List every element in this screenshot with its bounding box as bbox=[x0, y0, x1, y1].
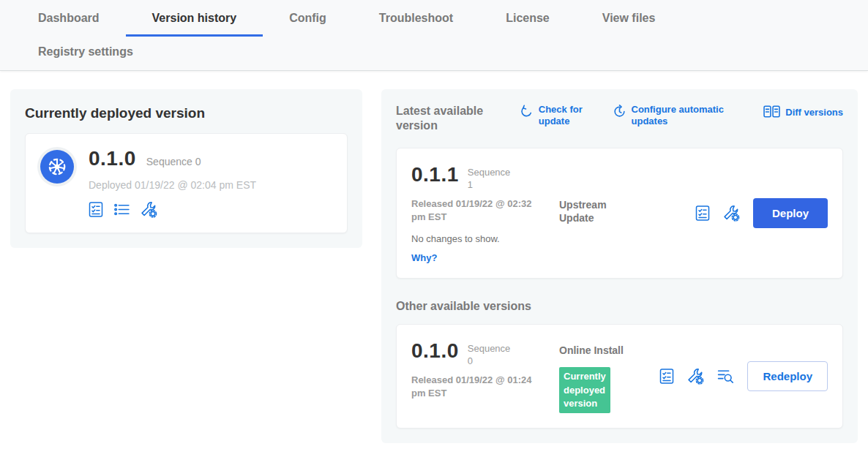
deploy-button[interactable]: Deploy bbox=[753, 198, 828, 228]
tab-row-secondary: Registry settings bbox=[0, 37, 868, 70]
config-wrench-icon[interactable] bbox=[723, 205, 740, 222]
check-for-update-link[interactable]: Check for update bbox=[520, 104, 591, 127]
tab-version-history[interactable]: Version history bbox=[126, 0, 263, 37]
preflight-checklist-icon[interactable] bbox=[695, 205, 710, 222]
deployed-version-number: 0.1.0 bbox=[89, 147, 136, 170]
latest-available-heading: Latest available version bbox=[396, 104, 498, 133]
latest-header: Latest available version Check for updat… bbox=[396, 104, 843, 133]
other-version-card: 0.1.0 Sequence 0 Released 01/19/22 @ 01:… bbox=[396, 324, 843, 429]
deployed-action-icons bbox=[89, 201, 256, 218]
latest-released-timestamp: Released 01/19/22 @ 02:32 pm EST bbox=[411, 197, 542, 224]
diff-versions-icon bbox=[763, 105, 780, 121]
main-content: Currently deployed version bbox=[0, 71, 868, 443]
tab-config[interactable]: Config bbox=[263, 0, 353, 37]
other-versions-heading: Other available versions bbox=[396, 299, 843, 314]
latest-available-panel: Latest available version Check for updat… bbox=[381, 89, 858, 443]
config-wrench-icon[interactable] bbox=[141, 201, 157, 218]
other-source-label: Online Install bbox=[559, 344, 624, 357]
configure-updates-link[interactable]: Configure automatic updates bbox=[613, 104, 743, 127]
other-released-timestamp: Released 01/19/22 @ 01:24 pm EST bbox=[411, 374, 542, 400]
why-link[interactable]: Why? bbox=[411, 252, 559, 263]
tab-view-files[interactable]: View files bbox=[576, 0, 682, 37]
redeploy-button[interactable]: Redeploy bbox=[747, 361, 828, 391]
top-navigation: Dashboard Version history Config Trouble… bbox=[0, 0, 868, 71]
configure-updates-label: Configure automatic updates bbox=[632, 104, 743, 127]
tab-registry-settings[interactable]: Registry settings bbox=[29, 37, 142, 70]
tab-license[interactable]: License bbox=[479, 0, 576, 37]
preflight-checklist-icon[interactable] bbox=[89, 201, 103, 218]
other-version-number: 0.1.0 bbox=[411, 339, 459, 363]
tab-row-primary: Dashboard Version history Config Trouble… bbox=[0, 0, 868, 37]
file-search-icon[interactable] bbox=[717, 369, 734, 384]
latest-sequence: Sequence 1 bbox=[468, 167, 513, 192]
latest-source-column: Upstream Update bbox=[559, 163, 695, 263]
deployed-version-details: 0.1.0 Sequence 0 Deployed 01/19/22 @ 02:… bbox=[89, 147, 256, 218]
other-version-details: 0.1.0 Sequence 0 Released 01/19/22 @ 01:… bbox=[411, 339, 559, 413]
latest-actions: Deploy bbox=[695, 198, 828, 228]
diff-versions-link[interactable]: Diff versions bbox=[763, 104, 843, 121]
kubernetes-icon bbox=[40, 150, 74, 184]
other-actions: Redeploy bbox=[659, 361, 828, 391]
currently-deployed-panel: Currently deployed version bbox=[10, 89, 362, 248]
app-icon-ring bbox=[37, 147, 77, 186]
latest-version-details: 0.1.1 Sequence 1 Released 01/19/22 @ 02:… bbox=[411, 163, 559, 263]
deployed-version-card: 0.1.0 Sequence 0 Deployed 01/19/22 @ 02:… bbox=[25, 133, 348, 233]
latest-source-label: Upstream Update bbox=[559, 198, 624, 224]
currently-deployed-badge: Currently deployed version bbox=[559, 367, 610, 413]
config-wrench-icon[interactable] bbox=[687, 368, 704, 385]
currently-deployed-heading: Currently deployed version bbox=[25, 105, 348, 121]
tab-dashboard[interactable]: Dashboard bbox=[12, 0, 126, 37]
auto-update-clock-icon bbox=[613, 105, 626, 121]
release-notes-icon[interactable] bbox=[113, 203, 130, 216]
deployed-sequence: Sequence 0 bbox=[146, 156, 201, 167]
other-sequence: Sequence 0 bbox=[468, 343, 513, 368]
latest-version-card: 0.1.1 Sequence 1 Released 01/19/22 @ 02:… bbox=[396, 148, 843, 279]
other-source-column: Online Install Currently deployed versio… bbox=[559, 339, 659, 413]
preflight-checklist-icon[interactable] bbox=[659, 368, 674, 385]
check-for-update-label: Check for update bbox=[539, 104, 591, 127]
tab-troubleshoot[interactable]: Troubleshoot bbox=[353, 0, 479, 37]
latest-version-number: 0.1.1 bbox=[411, 163, 459, 186]
diff-versions-label: Diff versions bbox=[785, 107, 843, 118]
no-changes-text: No changes to show. bbox=[411, 233, 559, 244]
refresh-icon bbox=[520, 105, 534, 121]
deployed-timestamp: Deployed 01/19/22 @ 02:04 pm EST bbox=[89, 179, 256, 191]
